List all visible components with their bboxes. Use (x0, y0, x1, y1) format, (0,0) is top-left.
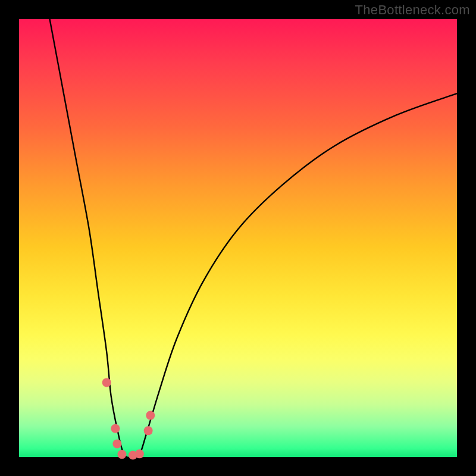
chart-marker (102, 378, 111, 387)
chart-marker (135, 449, 144, 458)
chart-marker (117, 450, 126, 459)
chart-marker (144, 426, 153, 435)
chart-frame: TheBottleneck.com (0, 0, 476, 476)
chart-svg (19, 19, 457, 457)
chart-plot-area (19, 19, 457, 457)
watermark-text: TheBottleneck.com (355, 2, 470, 18)
chart-marker (112, 439, 121, 448)
chart-marker (111, 424, 120, 433)
chart-marker (146, 411, 155, 420)
bottleneck-curve (50, 19, 457, 458)
